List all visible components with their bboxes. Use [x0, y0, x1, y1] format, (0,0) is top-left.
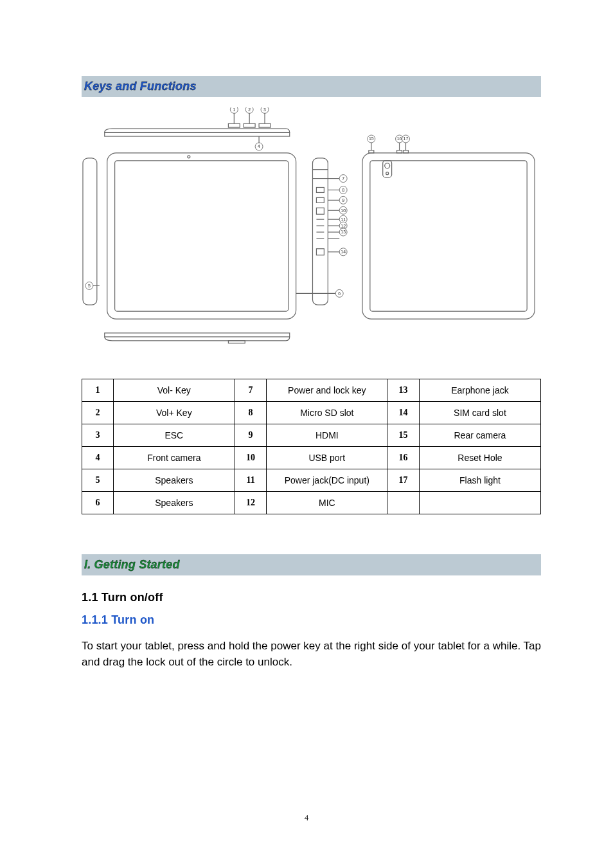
- svg-text:9: 9: [342, 198, 344, 203]
- svg-text:7: 7: [342, 176, 344, 181]
- svg-rect-11: [115, 161, 289, 311]
- key-number: 12: [235, 492, 267, 514]
- key-function: MIC: [267, 492, 387, 514]
- svg-rect-43: [404, 150, 409, 153]
- svg-rect-37: [370, 161, 527, 311]
- key-function: Earphone jack: [419, 379, 540, 402]
- svg-rect-1: [228, 123, 240, 127]
- svg-text:13: 13: [341, 230, 346, 234]
- key-function: USB port: [267, 447, 387, 469]
- svg-point-40: [386, 172, 389, 175]
- key-number: 8: [235, 402, 267, 424]
- svg-text:11: 11: [341, 217, 346, 222]
- heading-1-1: 1.1 Turn on/off: [82, 591, 541, 604]
- svg-rect-42: [397, 150, 402, 153]
- table-row: 4Front camera10USB port16Reset Hole: [82, 447, 541, 469]
- svg-text:3: 3: [263, 107, 266, 112]
- section-getting-started: I. Getting Started: [82, 554, 541, 575]
- svg-rect-36: [362, 153, 535, 319]
- table-row: 5Speakers11Power jack(DC input)17Flash l…: [82, 469, 541, 492]
- key-function: Reset Hole: [419, 447, 540, 469]
- key-number: 17: [387, 469, 420, 492]
- svg-point-39: [385, 163, 390, 168]
- keys-functions-table: 1Vol- Key7Power and lock key13Earphone j…: [82, 379, 541, 514]
- svg-rect-10: [107, 153, 296, 319]
- key-function: Flash light: [419, 469, 540, 492]
- key-number: 16: [387, 447, 420, 469]
- svg-rect-17: [316, 197, 324, 203]
- section-title: Keys and Functions: [84, 80, 197, 93]
- svg-text:6: 6: [338, 291, 341, 296]
- svg-rect-23: [316, 249, 324, 255]
- svg-text:12: 12: [341, 224, 346, 228]
- key-function: Speakers: [113, 469, 235, 492]
- key-number: [387, 492, 420, 514]
- key-function: Vol+ Key: [113, 402, 235, 424]
- key-number: 15: [387, 424, 420, 447]
- key-function: Power jack(DC input): [267, 469, 387, 492]
- body-paragraph: To start your tablet, press and hold the…: [82, 638, 541, 670]
- key-number: 9: [235, 424, 267, 447]
- table-row: 6Speakers12MIC: [82, 492, 541, 514]
- key-function: Vol- Key: [113, 379, 235, 402]
- svg-rect-18: [316, 208, 324, 214]
- svg-rect-16: [316, 187, 324, 192]
- table-row: 2Vol+ Key8Micro SD slot14SIM card slot: [82, 402, 541, 424]
- device-diagram: 1 2 3 4 5 6 7 8 9 10 11 12 13 14 15 16 1…: [82, 107, 541, 358]
- key-number: 6: [82, 492, 114, 514]
- heading-1-1-1: 1.1.1 Turn on: [82, 613, 541, 627]
- svg-point-12: [188, 156, 190, 158]
- key-function: Micro SD slot: [267, 402, 387, 424]
- svg-text:10: 10: [341, 208, 346, 213]
- key-function: SIM card slot: [419, 402, 540, 424]
- svg-text:17: 17: [404, 137, 409, 141]
- svg-text:15: 15: [369, 137, 374, 141]
- key-number: 5: [82, 469, 114, 492]
- svg-text:8: 8: [342, 188, 344, 192]
- key-number: 2: [82, 402, 114, 424]
- svg-text:5: 5: [88, 284, 91, 288]
- key-function: Speakers: [113, 492, 235, 514]
- table-row: 1Vol- Key7Power and lock key13Earphone j…: [82, 379, 541, 402]
- svg-text:1: 1: [233, 107, 235, 112]
- key-function: Front camera: [113, 447, 235, 469]
- key-number: 3: [82, 424, 114, 447]
- section-title: I. Getting Started: [84, 558, 180, 571]
- key-number: 10: [235, 447, 267, 469]
- key-number: 14: [387, 402, 420, 424]
- key-function: Power and lock key: [267, 379, 387, 402]
- key-function: HDMI: [267, 424, 387, 447]
- key-number: 1: [82, 379, 114, 402]
- page-number: 4: [0, 813, 613, 823]
- key-function: ESC: [113, 424, 235, 447]
- svg-text:4: 4: [258, 144, 260, 149]
- key-number: 4: [82, 447, 114, 469]
- key-number: 11: [235, 469, 267, 492]
- svg-rect-41: [369, 150, 374, 153]
- table-row: 3ESC9HDMI15Rear camera: [82, 424, 541, 447]
- section-keys-functions: Keys and Functions: [82, 76, 541, 97]
- svg-text:14: 14: [341, 249, 346, 254]
- device-diagram-svg: 1 2 3 4 5 6 7 8 9 10 11 12 13 14 15 16 1…: [82, 107, 541, 358]
- key-number: 13: [387, 379, 420, 402]
- key-function: Rear camera: [419, 424, 540, 447]
- key-number: 7: [235, 379, 267, 402]
- svg-text:16: 16: [397, 137, 402, 141]
- svg-rect-34: [105, 333, 290, 337]
- svg-rect-2: [244, 123, 255, 127]
- key-function: [419, 492, 540, 514]
- svg-rect-13: [312, 158, 328, 305]
- svg-rect-0: [105, 132, 290, 136]
- svg-rect-3: [259, 123, 271, 127]
- svg-text:2: 2: [248, 107, 251, 112]
